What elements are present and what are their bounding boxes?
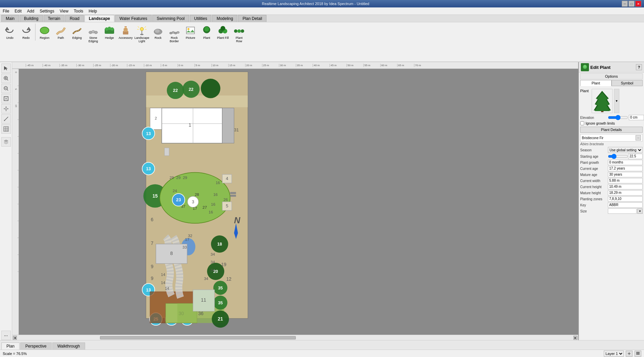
tab-perspective[interactable]: Perspective bbox=[20, 342, 52, 350]
tab-road[interactable]: Road bbox=[65, 15, 84, 22]
svg-text:34: 34 bbox=[211, 252, 215, 256]
tab-terrain[interactable]: Terrain bbox=[44, 15, 65, 22]
redo-button[interactable]: Redo bbox=[18, 24, 34, 41]
region-button[interactable]: Region bbox=[37, 24, 52, 41]
more-tool[interactable]: ··· bbox=[1, 331, 11, 340]
plant-growth-label: Plant growth bbox=[580, 161, 608, 164]
plant-name-button[interactable]: ··· bbox=[636, 135, 641, 141]
undo-label: Undo bbox=[6, 36, 14, 40]
menu-settings[interactable]: Settings bbox=[37, 7, 57, 15]
starting-age-slider[interactable] bbox=[608, 154, 628, 158]
plant-tab[interactable]: Plant bbox=[580, 80, 612, 86]
ignore-growth-label: Ignore growth limits bbox=[586, 122, 615, 125]
tab-water-features[interactable]: Water Features bbox=[115, 15, 152, 22]
scroll-right-btn[interactable]: ► bbox=[573, 336, 577, 340]
layers-tool[interactable] bbox=[1, 137, 11, 147]
tab-building[interactable]: Building bbox=[20, 15, 43, 22]
horizontal-scrollbar[interactable]: ◄ ► bbox=[12, 335, 578, 340]
menu-edit[interactable]: Edit bbox=[12, 7, 24, 15]
measure-tool[interactable] bbox=[1, 114, 11, 124]
picture-button[interactable]: Picture bbox=[183, 24, 198, 41]
scroll-thumb[interactable] bbox=[100, 336, 296, 339]
panel-header: Edit Plant ? bbox=[579, 62, 644, 73]
layer-options-button[interactable] bbox=[635, 351, 641, 357]
toolbar: Undo Redo Region Path Ed bbox=[0, 22, 644, 62]
svg-point-16 bbox=[140, 27, 144, 31]
svg-rect-137 bbox=[230, 195, 236, 197]
svg-point-11 bbox=[110, 27, 114, 31]
hedge-button[interactable]: Hedge bbox=[102, 24, 117, 41]
tab-plan-detail[interactable]: Plan Detail bbox=[238, 15, 266, 22]
tab-main[interactable]: Main bbox=[1, 15, 19, 22]
status-right: Layer 1 bbox=[604, 351, 641, 357]
plant-dropdown-button[interactable]: ▼ bbox=[614, 89, 619, 113]
svg-point-24 bbox=[155, 29, 160, 33]
season-select[interactable]: Use global setting Spring Summer Fall Wi… bbox=[608, 147, 643, 153]
menu-help[interactable]: Help bbox=[86, 7, 100, 15]
scroll-left-btn[interactable]: ◄ bbox=[13, 336, 17, 340]
symbol-tab[interactable]: Symbol bbox=[612, 80, 643, 86]
stone-edging-label: Stone Edging bbox=[86, 36, 100, 43]
category-tabbar: Main Building Terrain Road Landscape Wat… bbox=[0, 15, 644, 22]
edging-button[interactable]: Edging bbox=[69, 24, 85, 41]
plant-button[interactable]: Plant bbox=[199, 24, 214, 41]
plant-preview bbox=[592, 89, 613, 113]
accessory-button[interactable]: Accessory bbox=[118, 24, 133, 41]
app-wrapper: Realtime Landscaping Architect 2018 by I… bbox=[0, 0, 644, 357]
pan-tool[interactable] bbox=[1, 104, 11, 113]
undo-button[interactable]: Undo bbox=[2, 24, 18, 41]
svg-point-32 bbox=[204, 27, 209, 31]
tab-landscape[interactable]: Landscape bbox=[84, 15, 114, 22]
menu-view[interactable]: View bbox=[57, 7, 71, 15]
select-tool[interactable] bbox=[1, 63, 11, 73]
menu-add[interactable]: Add bbox=[24, 7, 37, 15]
svg-point-36 bbox=[234, 29, 237, 33]
ignore-growth-checkbox[interactable] bbox=[580, 121, 584, 125]
svg-line-45 bbox=[7, 90, 8, 91]
close-button[interactable]: ✕ bbox=[635, 1, 641, 7]
stone-edging-button[interactable]: Stone Edging bbox=[85, 24, 101, 44]
zoom-fit-tool[interactable] bbox=[1, 94, 11, 103]
svg-point-28 bbox=[177, 31, 179, 33]
layer-add-button[interactable] bbox=[626, 351, 633, 357]
tab-swimming-pool[interactable]: Swimming Pool bbox=[152, 15, 189, 22]
maximize-button[interactable]: □ bbox=[628, 1, 635, 7]
menu-file[interactable]: File bbox=[0, 7, 12, 15]
size-dropdown-button[interactable]: ▼ bbox=[637, 208, 643, 214]
landscape-light-label: Landscape Light bbox=[134, 36, 149, 43]
path-icon bbox=[55, 25, 67, 36]
tab-modeling[interactable]: Modeling bbox=[212, 15, 237, 22]
landscape-light-button[interactable]: Landscape Light bbox=[134, 24, 150, 44]
svg-rect-181 bbox=[636, 352, 640, 353]
rock-border-button[interactable]: Rock Border bbox=[166, 24, 182, 44]
main-canvas[interactable]: 1 2 31 bbox=[19, 69, 578, 335]
plant-row-button[interactable]: Plant Row bbox=[231, 24, 247, 44]
help-button[interactable]: ? bbox=[636, 64, 642, 70]
svg-text:15: 15 bbox=[153, 193, 158, 199]
hedge-label: Hedge bbox=[105, 36, 114, 40]
svg-text:35: 35 bbox=[218, 300, 223, 305]
svg-rect-81 bbox=[162, 108, 222, 143]
zoom-out-tool[interactable] bbox=[1, 84, 11, 93]
menu-tools[interactable]: Tools bbox=[71, 7, 86, 15]
layer-select[interactable]: Layer 1 bbox=[604, 351, 624, 357]
plant-fill-button[interactable]: Plant Fill bbox=[215, 24, 231, 41]
svg-text:22: 22 bbox=[173, 88, 178, 93]
hedge-icon bbox=[104, 25, 115, 36]
zoom-in-tool[interactable] bbox=[1, 74, 11, 83]
rock-button[interactable]: Rock bbox=[150, 24, 166, 41]
grid-tool[interactable] bbox=[1, 124, 11, 134]
svg-point-0 bbox=[40, 27, 49, 34]
path-button[interactable]: Path bbox=[53, 24, 69, 41]
svg-text:36: 36 bbox=[198, 311, 204, 316]
minimize-button[interactable]: ─ bbox=[622, 1, 628, 7]
tab-plan[interactable]: Plan bbox=[1, 342, 20, 350]
svg-rect-176 bbox=[601, 111, 603, 112]
plant-details-label: Plant Details bbox=[580, 127, 643, 133]
svg-line-20 bbox=[145, 26, 146, 28]
svg-text:14: 14 bbox=[165, 286, 169, 290]
tab-utilities[interactable]: Utilities bbox=[190, 15, 212, 22]
elevation-slider[interactable] bbox=[608, 116, 628, 120]
edging-icon bbox=[71, 25, 83, 36]
tab-walkthrough[interactable]: Walkthrough bbox=[52, 342, 85, 350]
